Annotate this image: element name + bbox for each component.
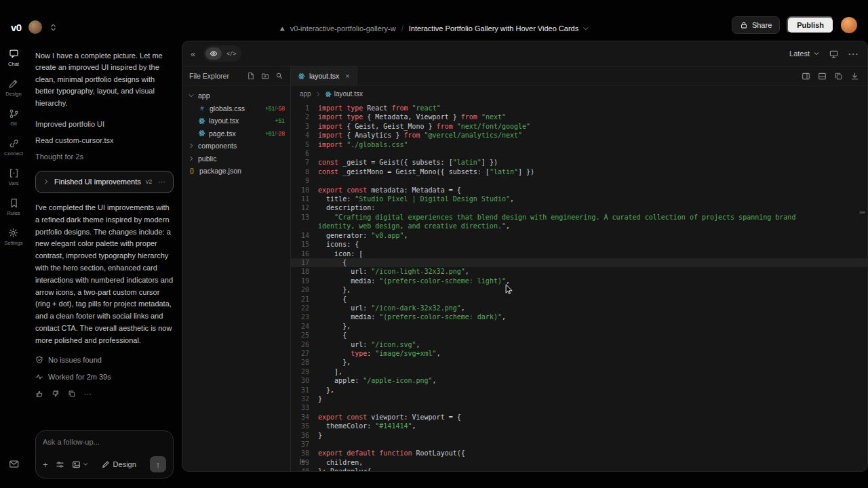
tree-item-package.json[interactable]: {}package.json (182, 165, 290, 178)
attach-plus-icon[interactable]: + (43, 460, 48, 470)
send-button[interactable]: ↑ (150, 456, 166, 472)
code-line-2[interactable]: 2import type { Metadata, Viewport } from… (291, 113, 867, 121)
version-dropdown[interactable]: Latest (789, 49, 820, 58)
thumbs-up-icon[interactable] (35, 390, 43, 398)
project-menu[interactable]: v0-interactive-portfolio-gallery-w (279, 24, 396, 33)
rail-item-settings[interactable]: Settings (4, 228, 22, 246)
code-area[interactable]: 1import type React from "react"2import t… (291, 102, 867, 471)
code-line-20[interactable]: 20 }, (291, 285, 867, 294)
code-line-16[interactable]: 16 icon: [ (291, 249, 867, 258)
code-line-11[interactable]: 11 title: "Studio Pixel | Digital Design… (291, 195, 867, 203)
tree-item-app[interactable]: app (182, 89, 290, 102)
code-line-7[interactable]: 7const _geist = Geist({ subsets: ["latin… (291, 158, 867, 167)
tree-item-public[interactable]: public (182, 152, 290, 165)
design-mode-button[interactable]: Design (102, 460, 136, 468)
collapse-panel-icon[interactable]: « (191, 49, 195, 59)
followup-input[interactable] (43, 438, 166, 446)
split-right-icon[interactable] (802, 72, 810, 81)
tree-item-components[interactable]: components (182, 140, 290, 152)
worked-status[interactable]: Worked for 2m 39s (35, 373, 174, 381)
code-line-33[interactable]: 33 (291, 403, 867, 412)
tree-item-page.tsx[interactable]: page.tsx+81/-28 (182, 127, 290, 140)
task-thought-duration[interactable]: Thought for 2s (35, 148, 174, 165)
code-line-36[interactable]: 36} (291, 431, 867, 440)
code-toggle[interactable]: </> (223, 47, 239, 60)
editor-tabbar: layout.tsx × (291, 66, 867, 86)
code-line-5[interactable]: 5import "./globals.css" (291, 140, 867, 149)
code-line-39[interactable]: 39 children, (291, 458, 867, 467)
publish-button[interactable]: Publish (787, 16, 834, 34)
code-line-3[interactable]: 3import { Geist, Geist_Mono } from "next… (291, 122, 867, 131)
split-down-icon[interactable] (818, 72, 827, 81)
tree-item-globals.css[interactable]: #globals.css+51/-58 (182, 102, 290, 115)
mail-icon[interactable] (9, 459, 19, 469)
breadcrumb-file[interactable]: layout.tsx (325, 90, 363, 98)
v0-logo[interactable]: v0 (11, 22, 22, 33)
new-folder-icon[interactable] (261, 72, 269, 80)
image-attach-menu[interactable] (72, 460, 89, 469)
code-line-12[interactable]: 12 description: (291, 203, 867, 212)
code-line-31[interactable]: 31 }, (291, 386, 867, 394)
rail-item-vars[interactable]: Vars (9, 168, 19, 186)
tree-item-layout.tsx[interactable]: layout.tsx+51 (182, 115, 290, 127)
chat-title-menu[interactable]: Interactive Portfolio Gallery with Hover… (409, 24, 589, 33)
collapse-left-icon[interactable] (299, 458, 307, 466)
code-line-14[interactable]: 14 generator: "v0.app", (291, 231, 867, 240)
code-line-6[interactable]: 6 (291, 149, 867, 158)
code-line-13[interactable]: 13 "Crafting digital experiences that bl… (291, 213, 867, 231)
download-icon[interactable] (850, 72, 859, 81)
close-tab-icon[interactable]: × (345, 72, 349, 80)
code-line-26[interactable]: 26 url: "/icon.svg", (291, 340, 867, 349)
new-file-icon[interactable] (247, 72, 255, 80)
breadcrumb-folder[interactable]: app (300, 90, 311, 98)
rail-item-chat[interactable]: Chat (8, 49, 19, 67)
code-line-25[interactable]: 25 { (291, 331, 867, 340)
code-line-37[interactable]: 37 (291, 440, 867, 449)
rail-item-design[interactable]: Design (5, 79, 21, 97)
account-avatar[interactable] (841, 17, 857, 33)
code-line-24[interactable]: 24 }, (291, 322, 867, 331)
code-line-4[interactable]: 4import { Analytics } from "@vercel/anal… (291, 131, 867, 140)
code-line-9[interactable]: 9 (291, 176, 867, 185)
chevron-up-down-icon[interactable] (49, 23, 58, 32)
sliders-icon[interactable] (56, 460, 64, 469)
search-icon[interactable] (275, 72, 283, 80)
code-line-18[interactable]: 18 url: "/icon-light-32x32.png", (291, 267, 867, 276)
rail-item-git[interactable]: Git (9, 108, 19, 127)
code-line-23[interactable]: 23 media: "(prefers-color-scheme: dark)"… (291, 312, 867, 321)
task-read-custom-cursor[interactable]: Read custom-cursor.tsx (35, 132, 174, 148)
code-line-27[interactable]: 27 type: "image/svg+xml", (291, 349, 867, 358)
user-avatar-small[interactable] (28, 20, 42, 34)
rail-item-connect[interactable]: Connect (4, 138, 23, 157)
code-line-29[interactable]: 29 ], (291, 367, 867, 376)
preview-toggle[interactable] (205, 47, 222, 60)
monitor-icon[interactable] (829, 49, 838, 58)
code-line-21[interactable]: 21 { (291, 295, 867, 304)
share-button[interactable]: Share (732, 16, 780, 34)
thumbs-down-icon[interactable] (52, 390, 60, 398)
scrollbar-marker[interactable] (859, 211, 865, 214)
code-line-17[interactable]: 17 { (291, 258, 867, 267)
code-line-40[interactable]: 40}: Readonly<{ (291, 467, 867, 471)
code-line-38[interactable]: 38export default function RootLayout({ (291, 449, 867, 458)
panel-more-icon[interactable]: ⋯ (848, 47, 859, 60)
code-line-28[interactable]: 28 }, (291, 358, 867, 367)
code-line-8[interactable]: 8const _geistMono = Geist_Mono({ subsets… (291, 167, 867, 176)
code-line-19[interactable]: 19 media: "(prefers-color-scheme: light)… (291, 277, 867, 285)
tab-layout-tsx[interactable]: layout.tsx × (291, 66, 357, 85)
code-line-22[interactable]: 22 url: "/icon-dark-32x32.png", (291, 304, 867, 312)
rail-item-rules[interactable]: Rules (7, 198, 20, 216)
more-icon[interactable]: ⋯ (158, 178, 166, 186)
code-line-1[interactable]: 1import type React from "react" (291, 104, 867, 113)
code-line-15[interactable]: 15 icons: { (291, 240, 867, 249)
task-improved-portfolio-ui[interactable]: Improved portfolio UI (35, 116, 174, 132)
code-line-30[interactable]: 30 apple: "/apple-icon.png", (291, 376, 867, 385)
code-line-10[interactable]: 10export const metadata: Metadata = { (291, 186, 867, 195)
finished-version-card[interactable]: Finished UI improvements v2 ⋯ (35, 171, 174, 193)
code-line-35[interactable]: 35 themeColor: "#141414", (291, 422, 867, 430)
copy-file-icon[interactable] (834, 72, 843, 81)
more-actions-icon[interactable]: ⋯ (84, 390, 92, 399)
copy-icon[interactable] (68, 390, 76, 398)
code-line-32[interactable]: 32} (291, 394, 867, 403)
code-line-34[interactable]: 34export const viewport: Viewport = { (291, 413, 867, 422)
